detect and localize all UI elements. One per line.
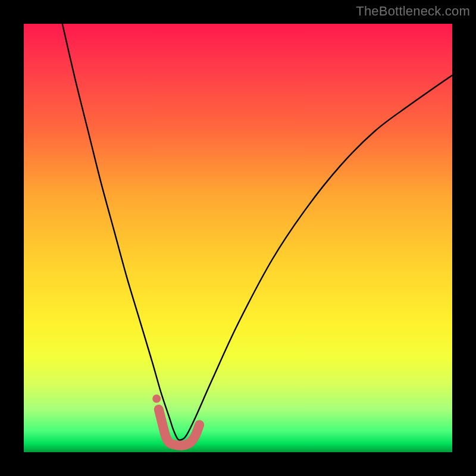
curve-svg bbox=[24, 24, 452, 452]
watermark-text: TheBottleneck.com bbox=[356, 4, 470, 19]
bottleneck-curve bbox=[62, 24, 452, 440]
chart-frame: TheBottleneck.com bbox=[0, 0, 476, 476]
plot-area bbox=[24, 24, 452, 452]
optimal-dot bbox=[152, 394, 161, 403]
